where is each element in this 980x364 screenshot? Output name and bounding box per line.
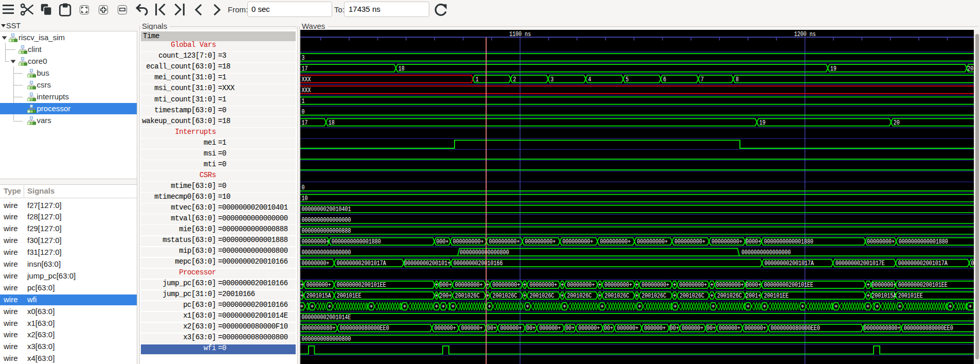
- svg-text:+: +: [328, 303, 332, 310]
- svg-text:+: +: [523, 292, 527, 300]
- svg-text:000000000+: 000000000+: [637, 238, 668, 246]
- svg-text:2001026C: 2001026C: [680, 292, 704, 300]
- svg-text:000000000+: 000000000+: [562, 238, 593, 246]
- svg-text:0: 0: [302, 109, 305, 116]
- svg-text:000000+: 000000+: [682, 325, 703, 332]
- svg-text:+: +: [948, 303, 952, 310]
- svg-text:+: +: [875, 303, 879, 310]
- svg-text:000000000+: 000000000+: [453, 238, 484, 246]
- svg-text:00000000+: 00000000+: [716, 282, 744, 289]
- svg-text:17: 17: [302, 65, 308, 73]
- svg-text:8: 8: [736, 76, 739, 83]
- svg-text:000000+: 000000+: [500, 325, 522, 332]
- svg-text:00000000+: 00000000+: [493, 282, 520, 289]
- svg-text:000000+: 000000+: [461, 325, 483, 332]
- svg-text:00+: 00+: [670, 325, 679, 332]
- svg-text:000000000+: 000000000+: [600, 238, 631, 246]
- svg-text:0: 0: [971, 260, 974, 267]
- svg-text:2001026C: 2001026C: [455, 292, 480, 300]
- svg-text:200101EE: 200101EE: [764, 292, 789, 300]
- svg-text:XXX: XXX: [302, 87, 311, 94]
- svg-text:0000000000000888: 0000000000000888: [302, 228, 351, 235]
- svg-text:+: +: [638, 303, 642, 310]
- svg-text:20: 20: [894, 119, 900, 127]
- svg-text:200+: 200+: [440, 292, 452, 300]
- svg-text:0: 0: [302, 184, 305, 192]
- svg-text:0000000080000EE0: 0000000080000EE0: [771, 325, 820, 332]
- svg-text:+: +: [746, 303, 750, 310]
- svg-text:2001026C: 2001026C: [530, 292, 554, 300]
- svg-text:+: +: [968, 303, 972, 310]
- svg-text:000000+: 000000+: [617, 325, 639, 332]
- svg-text:+: +: [487, 303, 492, 310]
- svg-text:00000000+: 00000000+: [605, 282, 632, 289]
- svg-text:18: 18: [398, 65, 405, 73]
- svg-text:1: 1: [302, 98, 305, 105]
- svg-text:2001015A: 2001015A: [872, 292, 896, 300]
- svg-text:0000+: 0000+: [746, 282, 761, 289]
- svg-text:5: 5: [626, 76, 629, 83]
- svg-text:00000000200101EE: 00000000200101EE: [764, 282, 813, 289]
- svg-text:2001026C: 2001026C: [605, 292, 629, 300]
- svg-text:+: +: [560, 292, 565, 300]
- svg-text:000000000+: 000000000+: [675, 238, 705, 246]
- svg-text:000000000+: 000000000+: [712, 238, 742, 246]
- svg-text:0000000+: 0000000+: [306, 282, 331, 289]
- svg-text:00+: 00+: [604, 325, 613, 332]
- svg-text:4: 4: [588, 76, 591, 83]
- svg-text:19: 19: [830, 65, 837, 73]
- svg-text:000000+: 000000+: [578, 325, 600, 332]
- svg-text:19: 19: [759, 119, 766, 127]
- svg-text:00000000200101EE: 00000000200101EE: [337, 282, 386, 289]
- svg-text:1100 ns: 1100 ns: [510, 31, 531, 38]
- svg-text:00000000200101EE: 00000000200101EE: [898, 282, 948, 289]
- svg-text:2: 2: [513, 76, 516, 83]
- svg-text:200101EE: 200101EE: [337, 292, 361, 300]
- svg-text:000000002001017A: 000000002001017A: [898, 260, 948, 267]
- svg-text:7: 7: [701, 76, 704, 83]
- svg-text:2001026C: 2001026C: [717, 292, 742, 300]
- svg-text:0000000000001880: 0000000000001880: [332, 238, 381, 246]
- svg-text:000000+: 000000+: [719, 325, 740, 332]
- svg-text:000000002001017A: 000000002001017A: [765, 260, 814, 267]
- svg-text:+: +: [310, 303, 314, 310]
- svg-text:+: +: [673, 303, 677, 310]
- svg-text:1: 1: [476, 76, 479, 83]
- svg-text:0000000000000800: 0000000000000800: [460, 249, 509, 256]
- svg-text:0000000080000800: 0000000080000800: [302, 336, 351, 343]
- svg-text:+: +: [598, 292, 602, 300]
- svg-text:000+: 000+: [440, 282, 452, 289]
- svg-text:0000+: 0000+: [746, 238, 761, 246]
- svg-text:+: +: [801, 303, 805, 310]
- svg-text:0000000000000000: 0000000000000000: [741, 249, 791, 256]
- svg-text:XXX: XXX: [302, 76, 311, 83]
- svg-text:000000+: 000000+: [644, 325, 666, 332]
- svg-text:+: +: [300, 292, 304, 300]
- svg-text:+: +: [763, 303, 767, 310]
- svg-text:00000000+: 00000000+: [867, 238, 895, 246]
- svg-text:00000000+: 00000000+: [567, 282, 595, 289]
- svg-text:+: +: [369, 303, 373, 310]
- svg-text:00+: 00+: [487, 325, 497, 332]
- svg-text:000000002001017A: 000000002001017A: [337, 260, 386, 267]
- svg-text:0000000000001880: 0000000000001880: [764, 238, 813, 246]
- svg-text:+: +: [560, 282, 565, 289]
- svg-text:+: +: [523, 282, 527, 289]
- svg-text:+: +: [673, 282, 677, 289]
- svg-text:000000002001014E: 000000002001014E: [302, 314, 351, 321]
- svg-text:18: 18: [329, 119, 335, 127]
- svg-text:+: +: [434, 303, 439, 310]
- svg-text:+: +: [525, 303, 530, 310]
- svg-text:1200 ns: 1200 ns: [794, 31, 816, 38]
- svg-text:2001026C: 2001026C: [642, 292, 666, 300]
- svg-text:17: 17: [302, 119, 308, 127]
- svg-text:+: +: [441, 303, 445, 310]
- svg-text:+: +: [711, 303, 715, 310]
- svg-text:0000000080+: 0000000080+: [302, 325, 336, 332]
- svg-text:10: 10: [302, 195, 308, 202]
- svg-text:00000000+: 00000000+: [530, 282, 557, 289]
- svg-text:6: 6: [663, 76, 666, 83]
- svg-text:00000000+: 00000000+: [302, 238, 330, 246]
- svg-text:+: +: [300, 303, 304, 310]
- svg-text:+: +: [434, 282, 439, 289]
